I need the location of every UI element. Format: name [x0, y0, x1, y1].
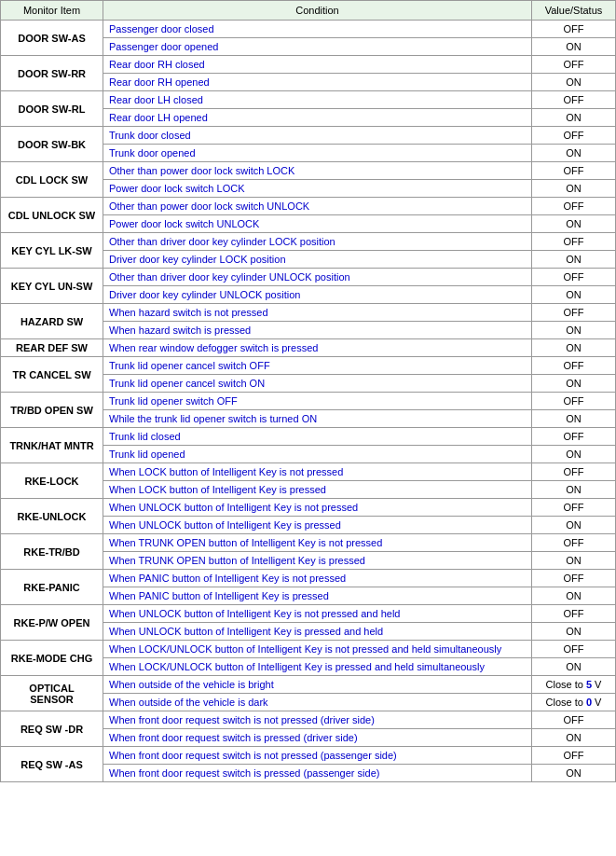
monitor-item: DOOR SW-BK	[1, 127, 103, 162]
condition-cell: Rear door RH opened	[103, 74, 532, 91]
condition-cell: When TRUNK OPEN button of Intelligent Ke…	[103, 534, 532, 552]
condition-cell: When LOCK/UNLOCK button of Intelligent K…	[103, 658, 532, 676]
value-cell: OFF	[532, 357, 616, 375]
monitor-item: REAR DEF SW	[1, 339, 103, 357]
condition-cell: Driver door key cylinder LOCK position	[103, 251, 532, 269]
value-cell: OFF	[532, 641, 616, 658]
value-cell: OFF	[532, 605, 616, 623]
monitor-item: KEY CYL UN-SW	[1, 269, 103, 304]
table-row: RKE-TR/BDWhen TRUNK OPEN button of Intel…	[1, 534, 616, 552]
table-row: OPTICAL SENSORWhen outside of the vehicl…	[1, 676, 616, 694]
condition-cell: When LOCK/UNLOCK button of Intelligent K…	[103, 641, 532, 658]
table-row: CDL LOCK SWOther than power door lock sw…	[1, 162, 616, 180]
monitor-item: RKE-PANIC	[1, 570, 103, 605]
condition-cell: Trunk lid opened	[103, 446, 532, 463]
table-row: REAR DEF SWWhen rear window defogger swi…	[1, 339, 616, 357]
condition-cell: When outside of the vehicle is dark	[103, 694, 532, 711]
monitor-item: RKE-P/W OPEN	[1, 605, 103, 641]
table-row: KEY CYL UN-SWOther than driver door key …	[1, 269, 616, 286]
condition-cell: Other than driver door key cylinder UNLO…	[103, 269, 532, 286]
value-cell: ON	[532, 339, 616, 357]
condition-cell: When front door request switch is presse…	[103, 765, 532, 782]
table-row: RKE-P/W OPENWhen UNLOCK button of Intell…	[1, 605, 616, 623]
value-cell: ON	[532, 517, 616, 534]
condition-cell: Trunk door closed	[103, 127, 532, 145]
value-cell: ON	[532, 658, 616, 676]
value-cell: OFF	[532, 747, 616, 765]
value-cell: OFF	[532, 393, 616, 410]
table-row: DOOR SW-ASPassenger door closedOFF	[1, 21, 616, 38]
value-cell: ON	[532, 322, 616, 339]
condition-cell: When front door request switch is presse…	[103, 729, 532, 747]
monitor-item: DOOR SW-RL	[1, 91, 103, 127]
condition-cell: Power door lock switch LOCK	[103, 180, 532, 198]
monitor-item: REQ SW -AS	[1, 747, 103, 782]
table-row: RKE-PANICWhen PANIC button of Intelligen…	[1, 570, 616, 587]
value-cell: ON	[532, 587, 616, 605]
condition-cell: Trunk lid closed	[103, 428, 532, 446]
condition-cell: Trunk lid opener cancel switch OFF	[103, 357, 532, 375]
value-cell: OFF	[532, 428, 616, 446]
value-cell: OFF	[532, 304, 616, 322]
monitor-item: RKE-TR/BD	[1, 534, 103, 570]
value-cell: OFF	[532, 269, 616, 286]
value-cell: Close to 5 V	[532, 676, 616, 694]
condition-cell: When PANIC button of Intelligent Key is …	[103, 570, 532, 587]
value-cell: ON	[532, 410, 616, 428]
value-cell: OFF	[532, 463, 616, 481]
monitor-item: DOOR SW-RR	[1, 56, 103, 91]
monitor-item: DOOR SW-AS	[1, 21, 103, 56]
condition-cell: When PANIC button of Intelligent Key is …	[103, 587, 532, 605]
value-cell: OFF	[532, 534, 616, 552]
value-cell: ON	[532, 623, 616, 641]
table-row: REQ SW -ASWhen front door request switch…	[1, 747, 616, 765]
condition-cell: When hazard switch is not pressed	[103, 304, 532, 322]
table-row: HAZARD SWWhen hazard switch is not press…	[1, 304, 616, 322]
monitor-item: CDL LOCK SW	[1, 162, 103, 198]
condition-cell: Trunk lid opener cancel switch ON	[103, 375, 532, 393]
condition-cell: When UNLOCK button of Intelligent Key is…	[103, 623, 532, 641]
condition-cell: When front door request switch is not pr…	[103, 747, 532, 765]
value-cell: Close to 0 V	[532, 694, 616, 711]
condition-cell: Other than power door lock switch UNLOCK	[103, 198, 532, 215]
value-cell: ON	[532, 481, 616, 499]
condition-cell: Rear door RH closed	[103, 56, 532, 74]
condition-cell: When LOCK button of Intelligent Key is p…	[103, 481, 532, 499]
monitor-item: RKE-UNLOCK	[1, 499, 103, 534]
condition-cell: While the trunk lid opener switch is tur…	[103, 410, 532, 428]
condition-cell: Trunk lid opener switch OFF	[103, 393, 532, 410]
table-row: TR/BD OPEN SWTrunk lid opener switch OFF…	[1, 393, 616, 410]
value-cell: ON	[532, 375, 616, 393]
condition-cell: Passenger door opened	[103, 38, 532, 56]
table-row: DOOR SW-BKTrunk door closedOFF	[1, 127, 616, 145]
table-row: TRNK/HAT MNTRTrunk lid closedOFF	[1, 428, 616, 446]
table-row: RKE-LOCKWhen LOCK button of Intelligent …	[1, 463, 616, 481]
monitor-item: TR/BD OPEN SW	[1, 393, 103, 428]
value-cell: ON	[532, 74, 616, 91]
value-cell: OFF	[532, 499, 616, 517]
table-row: REQ SW -DRWhen front door request switch…	[1, 711, 616, 729]
table-row: TR CANCEL SWTrunk lid opener cancel swit…	[1, 357, 616, 375]
table-row: KEY CYL LK-SWOther than driver door key …	[1, 233, 616, 251]
value-cell: ON	[532, 109, 616, 127]
monitor-item: TR CANCEL SW	[1, 357, 103, 393]
value-cell: ON	[532, 552, 616, 570]
condition-cell: When rear window defogger switch is pres…	[103, 339, 532, 357]
monitor-item: RKE-LOCK	[1, 463, 103, 499]
table-row: DOOR SW-RLRear door LH closedOFF	[1, 91, 616, 109]
condition-cell: When front door request switch is not pr…	[103, 711, 532, 729]
header-condition: Condition	[103, 1, 532, 21]
condition-cell: When UNLOCK button of Intelligent Key is…	[103, 605, 532, 623]
table-row: RKE-MODE CHGWhen LOCK/UNLOCK button of I…	[1, 641, 616, 658]
value-cell: OFF	[532, 198, 616, 215]
value-cell: OFF	[532, 21, 616, 38]
value-cell: OFF	[532, 711, 616, 729]
condition-cell: When hazard switch is pressed	[103, 322, 532, 339]
table-row: CDL UNLOCK SWOther than power door lock …	[1, 198, 616, 215]
value-cell: ON	[532, 729, 616, 747]
condition-cell: When UNLOCK button of Intelligent Key is…	[103, 499, 532, 517]
value-cell: OFF	[532, 233, 616, 251]
value-cell: ON	[532, 215, 616, 233]
value-cell: ON	[532, 145, 616, 162]
value-cell: ON	[532, 251, 616, 269]
